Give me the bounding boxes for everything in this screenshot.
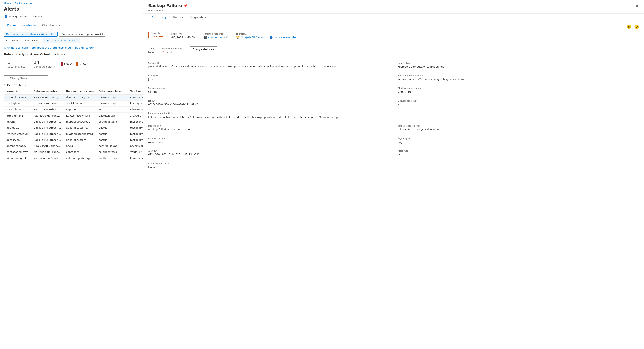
detail-panel-header: Backup Failure 📌 Alert details ✕ bbox=[144, 0, 644, 14]
col-location[interactable]: Datasource locati... bbox=[96, 88, 128, 94]
cell-name: advm001 bbox=[4, 125, 31, 131]
table-row[interactable]: sourceiaasvm1Nirajk-MAB Canary Su...dsmo… bbox=[4, 94, 143, 100]
cell-subscription: Backup PM Subscription bbox=[31, 119, 64, 125]
state-row: State New Monitor condition ⚠️ Fired Cha… bbox=[148, 46, 639, 58]
cell-vault: linuxrsvault bbox=[128, 155, 143, 161]
filter-location[interactable]: Datasource location == All bbox=[4, 38, 42, 43]
refresh-button[interactable]: ↻ Refresh bbox=[31, 14, 44, 19]
hierarchy-item2[interactable]: dsmovecanaryte... bbox=[274, 36, 298, 39]
tab-global-alerts[interactable]: Global alerts bbox=[39, 22, 63, 29]
source-type-value: Microsoft.Compute/virtualMachines bbox=[398, 65, 639, 69]
page-title-area: Alerts ··· bbox=[0, 6, 143, 14]
cell-subscription: Nirajk-MAB Canary Su... bbox=[31, 94, 64, 100]
hierarchy-item1[interactable]: Nirajk-MAB Canar... bbox=[241, 36, 266, 39]
security-alerts-card[interactable]: 1 Security alerts bbox=[4, 58, 30, 70]
detail-tab-history[interactable]: History bbox=[170, 14, 186, 21]
table-header-row: Name ⇅ Datasource subscr... Datasource r… bbox=[4, 88, 143, 94]
filter-chips-area: Datasource subscription == 62 selected D… bbox=[0, 29, 143, 46]
severity-info: Severity 1 - Error bbox=[151, 32, 163, 38]
cell-resource_group: contosorg bbox=[64, 149, 96, 155]
cell-resource_group: ECYZoneDownDrill bbox=[64, 113, 96, 119]
cell-name: restdedicatedvm bbox=[4, 131, 31, 137]
filter-resource-group[interactable]: Datasource resource group == All bbox=[59, 32, 105, 36]
thumbs-up-button[interactable]: 🙂 bbox=[627, 24, 632, 29]
tab-datasource-alerts[interactable]: Datasource alerts bbox=[4, 22, 39, 29]
affected-resource-label: Affected resource bbox=[204, 32, 228, 35]
copy-resource-icon[interactable]: ⧉ bbox=[226, 36, 228, 39]
category-item: Category Jobs bbox=[148, 74, 390, 81]
col-subscription[interactable]: Datasource subscr... bbox=[31, 88, 64, 94]
state-label: State bbox=[148, 47, 154, 50]
alert-id-text: 613fc039-b962-e7b0-e7c7-1bd5c83ba212 bbox=[148, 153, 200, 156]
job-id-label: Job ID bbox=[148, 100, 390, 102]
hierarchy-arrow: › bbox=[267, 36, 268, 39]
sev0-badge[interactable]: 1 Sev0 bbox=[62, 62, 73, 66]
table-row[interactable]: contosodemovmAzureBackup_Function...cont… bbox=[4, 149, 143, 155]
sev1-label: Sev1 bbox=[82, 63, 89, 66]
col-vault[interactable]: Vault name bbox=[128, 88, 143, 94]
cell-location: eastus bbox=[96, 125, 128, 131]
breadcrumb-home[interactable]: Home bbox=[4, 2, 11, 5]
cell-vault: testbcdrvault bbox=[128, 131, 143, 137]
table-row[interactable]: advm001Backup PM Subscriptionadbalajicus… bbox=[4, 125, 143, 131]
target-resource-type-item: Target resource type microsoft.recoverys… bbox=[398, 124, 639, 132]
table-row[interactable]: arpja-drl-zn1AzureBackup_Function...ECYZ… bbox=[4, 113, 143, 119]
col-name[interactable]: Name ⇅ bbox=[4, 88, 31, 94]
cell-resource_group: saphana bbox=[64, 107, 96, 113]
detail-tab-summary[interactable]: Summary bbox=[148, 14, 170, 21]
breadcrumb-backup-center[interactable]: Backup center bbox=[14, 2, 32, 5]
copy-alert-id-icon[interactable]: ⧉ bbox=[202, 153, 203, 156]
filter-by-name-input[interactable] bbox=[4, 75, 48, 81]
description-item: Description Backup failed with an intern… bbox=[148, 124, 390, 132]
cell-resource_group: mydedicatedhostsrg bbox=[64, 131, 96, 137]
detail-close-button[interactable]: ✕ bbox=[634, 3, 639, 9]
table-row[interactable]: v2linmanagbeksriramsa-IaaSVmBaku...zakma… bbox=[4, 155, 143, 161]
table-row[interactable]: restdedicatedvmBackup PM Subscriptionmyd… bbox=[4, 131, 143, 137]
configured-alerts-card[interactable]: 14 Configured alerts bbox=[30, 58, 58, 70]
severity-value: 1 - Error bbox=[151, 35, 163, 38]
detail-title-area: Backup Failure 📌 Alert details bbox=[148, 3, 188, 12]
toolbar: 👤 Manage actions ↻ Refresh bbox=[0, 14, 143, 22]
datasource-type-label: Datasource type: Azure Virtual machines bbox=[0, 52, 143, 58]
affected-resource-link[interactable]: sourcevault1 bbox=[208, 36, 225, 39]
sev1-badge[interactable]: 14 Sev1 bbox=[76, 62, 89, 66]
filter-time-range[interactable]: Time range : Last 24 hours bbox=[43, 38, 80, 43]
table-row[interactable]: arvsaphanaccyNirajk-MAB Canary Su...arvr… bbox=[4, 143, 143, 149]
detail-tab-diagnostics[interactable]: Diagnostics bbox=[186, 14, 209, 21]
change-alert-state-button[interactable]: Change alert state bbox=[190, 46, 217, 52]
pin-icon[interactable]: 📌 bbox=[184, 4, 188, 8]
cell-subscription: Backup PM Subscription bbox=[31, 137, 64, 143]
cell-name: sourceiaasvm1 bbox=[4, 94, 31, 100]
learn-more-link[interactable]: Click here to learn more about the alert… bbox=[4, 46, 94, 49]
source-id-label: Source ID bbox=[148, 62, 390, 64]
page-menu-icon[interactable]: ··· bbox=[20, 7, 24, 11]
alert-cards-area: 1 Security alerts 14 Configured alerts 1… bbox=[0, 58, 143, 74]
job-id-item: Job ID 0313c041-8b55-4e13-9ee7-de191d89b… bbox=[148, 100, 390, 106]
suppression-status-item: Suppression status None bbox=[148, 162, 390, 169]
manage-actions-button[interactable]: 👤 Manage actions bbox=[4, 14, 27, 19]
table-row[interactable]: myvmBackup PM SubscriptionmyResourceGrou… bbox=[4, 119, 143, 125]
cell-name: arvsaphanaccy bbox=[4, 143, 31, 149]
feedback-row: 🙂 🙁 bbox=[148, 24, 639, 32]
table-row[interactable]: aptestvm001Backup PM Subscriptionadbalaj… bbox=[4, 137, 143, 143]
alert-rule-value: -NA- bbox=[398, 153, 639, 156]
cell-resource_group: zakmanagedvmrg bbox=[64, 155, 96, 161]
recommended-actions-placeholder bbox=[398, 112, 639, 122]
table-row[interactable]: climachineBackup PM Subscriptionsaphanaw… bbox=[4, 107, 143, 113]
page-title: Alerts bbox=[4, 6, 19, 12]
monitor-condition-text: Fired bbox=[166, 50, 172, 54]
top-meta-row: Severity 1 - Error Fired time 8/5/2021, … bbox=[148, 32, 639, 43]
hierarchy-icon1: 🏆 bbox=[236, 36, 240, 39]
main-tabs: Datasource alerts Global alerts bbox=[0, 22, 143, 29]
thumbs-down-button[interactable]: 🙁 bbox=[634, 24, 639, 29]
alert-version-item: Alert version number V2020_10 bbox=[398, 87, 639, 94]
cell-subscription: Backup PM Subscription bbox=[31, 125, 64, 131]
filter-wrap: 🔍 bbox=[4, 75, 48, 81]
cell-resource_group: myResourceGroup bbox=[64, 119, 96, 125]
cell-name: v2linmanagbek bbox=[4, 155, 31, 161]
filter-subscription[interactable]: Datasource subscription == 62 selected bbox=[4, 32, 58, 36]
col-resource-group[interactable]: Datasource resour... bbox=[64, 88, 96, 94]
recommended-actions-value: Follow the instructions at https://aka.m… bbox=[148, 115, 390, 119]
table-body: sourceiaasvm1Nirajk-MAB Canary Su...dsmo… bbox=[4, 94, 143, 161]
table-row[interactable]: kosinghavm1AzureBackup_Function...aarifd… bbox=[4, 100, 143, 107]
